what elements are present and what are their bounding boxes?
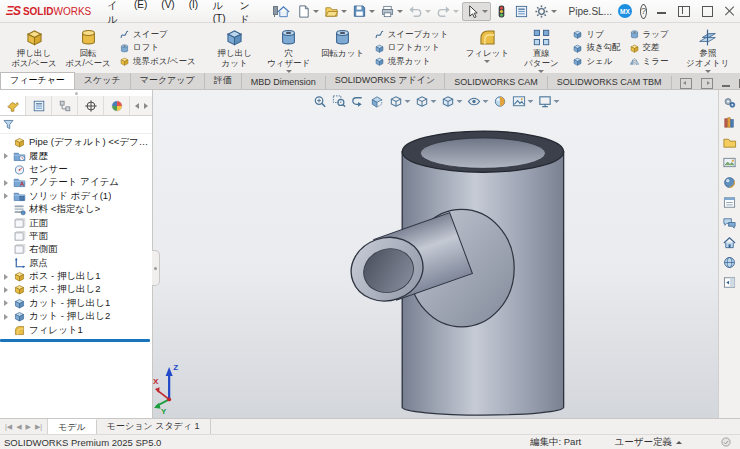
tags-icon[interactable] xyxy=(720,436,732,448)
expand-arrow-icon[interactable] xyxy=(4,180,13,186)
display-style-button[interactable] xyxy=(439,93,463,110)
tab-display-manager[interactable] xyxy=(104,96,130,115)
lofted-boss-button[interactable]: ロフト xyxy=(117,42,198,55)
extruded-cut-button[interactable]: 押し出し カット xyxy=(208,25,262,71)
view-settings-button[interactable] xyxy=(536,93,560,110)
filter-funnel-icon[interactable] xyxy=(2,118,15,131)
reference-geometry-button[interactable]: 参照 ジオメトリ xyxy=(681,25,735,71)
new-document-button[interactable] xyxy=(294,3,321,20)
3d-content-central-button[interactable] xyxy=(720,253,739,272)
expand-arrow-icon[interactable] xyxy=(4,314,13,320)
custom-properties-button[interactable] xyxy=(720,193,739,212)
panel-collapse-handle[interactable] xyxy=(152,250,160,286)
chevron-down-icon[interactable] xyxy=(482,10,488,13)
file-explorer-button[interactable] xyxy=(720,133,739,152)
tree-item-sensors[interactable]: センサー xyxy=(0,163,152,176)
next-document-icon[interactable] xyxy=(701,78,713,89)
tab-sketch[interactable]: スケッチ xyxy=(75,73,131,89)
tab-property-manager[interactable] xyxy=(26,96,52,115)
tab-solidworks-cam[interactable]: SOLIDWORKS CAM xyxy=(445,76,548,89)
prev-tab-icon[interactable]: ◀ xyxy=(16,423,21,431)
intersect-button[interactable]: 交差 xyxy=(627,42,671,55)
tree-item-boss-extrude2[interactable]: ボス - 押し出し2 xyxy=(0,283,152,296)
forum-button[interactable] xyxy=(720,213,739,232)
minimize-button[interactable] xyxy=(657,7,666,16)
shell-button[interactable]: シェル xyxy=(570,55,622,68)
chevron-down-icon[interactable] xyxy=(341,10,347,13)
tab-configuration-manager[interactable] xyxy=(52,96,78,115)
tab-features[interactable]: フィーチャー xyxy=(0,72,75,89)
zoom-to-fit-button[interactable] xyxy=(311,93,328,110)
rib-button[interactable]: リブ xyxy=(570,28,622,41)
pipe-inner-bore[interactable] xyxy=(420,138,545,168)
print-button[interactable] xyxy=(378,3,405,20)
extruded-boss-base-button[interactable]: 押し出し ボス/ベース xyxy=(7,25,61,71)
open-button[interactable] xyxy=(322,3,349,20)
undo-button[interactable] xyxy=(406,3,433,20)
tree-item-history[interactable]: 履歴 xyxy=(0,149,152,162)
chevron-down-icon[interactable] xyxy=(456,100,462,103)
boundary-cut-button[interactable]: 境界カット xyxy=(372,55,451,68)
pane-toggle-button[interactable] xyxy=(720,273,739,292)
chevron-down-icon[interactable] xyxy=(482,100,488,103)
options-button[interactable] xyxy=(532,3,559,20)
rebuild-button[interactable] xyxy=(492,3,511,20)
expand-arrow-icon[interactable] xyxy=(4,300,13,306)
tree-item-top-plane[interactable]: 平面 xyxy=(0,230,152,243)
apply-scene-button[interactable] xyxy=(510,93,534,110)
home-button[interactable] xyxy=(274,3,293,20)
doc-minimize-button[interactable] xyxy=(722,80,730,88)
previous-view-button[interactable] xyxy=(349,93,366,110)
chevron-down-icon[interactable] xyxy=(553,100,559,103)
chevron-down-icon[interactable] xyxy=(453,10,459,13)
tab-solidworks-cam-tbm[interactable]: SOLIDWORKS CAM TBM xyxy=(548,76,672,89)
tree-item-fillet1[interactable]: フィレット1 xyxy=(0,323,152,336)
expand-arrow-icon[interactable] xyxy=(4,287,13,293)
tree-item-material[interactable]: 材料 <指定なし> xyxy=(0,203,152,216)
graphics-viewport[interactable]: Z X Y xyxy=(153,90,718,418)
tree-item-boss-extrude1[interactable]: ボス - 押し出し1 xyxy=(0,270,152,283)
zoom-to-area-button[interactable] xyxy=(330,93,347,110)
lofted-cut-button[interactable]: ロフトカット xyxy=(372,42,451,55)
chevron-down-icon[interactable] xyxy=(397,10,403,13)
chevron-down-icon[interactable] xyxy=(705,70,711,73)
tree-item-cut-extrude1[interactable]: カット - 押し出し1 xyxy=(0,297,152,310)
swept-cut-button[interactable]: スイープカット xyxy=(372,28,451,41)
file-properties-button[interactable] xyxy=(512,3,531,20)
help-icon[interactable] xyxy=(640,4,647,19)
chevron-down-icon[interactable] xyxy=(313,10,319,13)
edit-appearance-button[interactable] xyxy=(491,93,508,110)
tree-item-right-plane[interactable]: 右側面 xyxy=(0,243,152,256)
first-tab-icon[interactable]: |◀ xyxy=(5,423,12,431)
revolved-boss-base-button[interactable]: 回転 ボス/ベース xyxy=(61,25,115,71)
linear-pattern-button[interactable]: 直線 パターン xyxy=(514,25,568,71)
chevron-down-icon[interactable] xyxy=(527,100,533,103)
tab-solidworks-addins[interactable]: SOLIDWORKS アドイン xyxy=(326,73,445,89)
unit-system-selector[interactable]: ユーザー定義 xyxy=(615,436,682,449)
user-avatar[interactable]: MX xyxy=(618,4,632,18)
close-button[interactable] xyxy=(725,6,735,16)
revolved-cut-button[interactable]: 回転カット xyxy=(316,25,370,71)
previous-document-icon[interactable] xyxy=(680,78,692,89)
rollback-bar[interactable] xyxy=(0,339,150,342)
chevron-down-icon[interactable] xyxy=(430,100,436,103)
tab-mbd-dimension[interactable]: MBD Dimension xyxy=(242,76,326,89)
solidworks-resources-button[interactable] xyxy=(720,93,739,112)
chevron-down-icon[interactable] xyxy=(551,10,557,13)
redo-button[interactable] xyxy=(434,3,461,20)
scroll-tabs-left-icon[interactable] xyxy=(135,103,139,109)
wrap-button[interactable]: ラップ xyxy=(627,28,671,41)
tab-markup[interactable]: マークアップ xyxy=(131,73,205,89)
tile-windows-button[interactable] xyxy=(678,6,690,17)
tab-motion-study[interactable]: モーション スタディ 1 xyxy=(97,419,211,434)
tree-item-annotations[interactable]: アノテート アイテム xyxy=(0,176,152,189)
tree-item-solid-bodies[interactable]: ソリッド ボディ(1) xyxy=(0,190,152,203)
design-library-button[interactable] xyxy=(720,113,739,132)
scroll-tabs-right-icon[interactable] xyxy=(144,103,148,109)
chevron-down-icon[interactable] xyxy=(425,10,431,13)
mirror-button[interactable]: ミラー xyxy=(627,55,671,68)
chevron-down-icon[interactable] xyxy=(369,10,375,13)
chevron-down-icon[interactable] xyxy=(286,70,292,73)
hide-show-items-button[interactable] xyxy=(465,93,489,110)
draft-button[interactable]: 抜き勾配 xyxy=(570,42,622,55)
